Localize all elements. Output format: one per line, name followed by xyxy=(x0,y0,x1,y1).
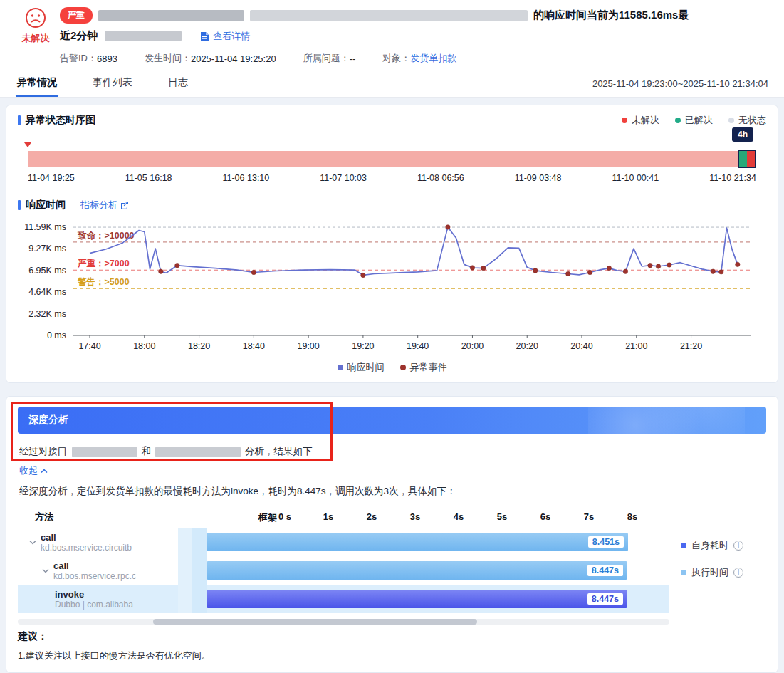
y-tick-label: 9.27K ms xyxy=(28,244,66,254)
suggestion-title: 建议： xyxy=(18,630,766,643)
flame-row[interactable]: callkd.bos.mservice.circuitb8.451s xyxy=(18,528,669,556)
anomaly-point[interactable] xyxy=(656,264,660,268)
tab-exception[interactable]: 异常情况 xyxy=(16,71,58,97)
flame-row[interactable]: callkd.bos.mservice.rpc.c8.447s xyxy=(18,556,669,585)
timeline-axis-label: 11-09 03:48 xyxy=(515,173,562,183)
legend-item[interactable]: 未解决 xyxy=(622,114,659,127)
chevron-down-icon[interactable] xyxy=(29,540,36,545)
document-icon xyxy=(200,31,209,41)
tab-logs[interactable]: 日志 xyxy=(167,71,189,97)
horizontal-scrollbar[interactable] xyxy=(18,619,669,625)
x-tick-label: 17:40 xyxy=(78,341,100,351)
legend-item[interactable]: 自身耗时i xyxy=(681,539,766,552)
resolved-segment xyxy=(739,151,747,167)
anomaly-point[interactable] xyxy=(175,263,179,267)
y-tick-label: 6.95K ms xyxy=(28,266,66,276)
tab-event-list[interactable]: 事件列表 xyxy=(91,71,134,97)
flame-axis-tick: 3s xyxy=(410,511,420,522)
status-timeline[interactable]: 4h 11-04 19:2511-05 16:1811-06 13:1011-0… xyxy=(28,151,756,183)
exception-card: 异常状态时序图 未解决已解决无状态 4h 11-04 19:2511-05 16… xyxy=(6,105,778,383)
anomaly-point[interactable] xyxy=(648,263,652,267)
deep-analysis-card: 深度分析 经过对接口 和 分析，结果如下 收起 经深度分析，定位到发货单扣款的最… xyxy=(6,396,778,673)
anomaly-point[interactable] xyxy=(607,266,611,270)
flame-axis-tick: 0 s xyxy=(278,511,291,522)
collapse-link[interactable]: 收起 xyxy=(19,464,48,477)
anomaly-point[interactable] xyxy=(587,270,592,274)
flame-axis-tick: 7s xyxy=(584,511,594,522)
tabs-bar: 异常情况 事件列表 日志 2025-11-04 19:23:00~2025-11… xyxy=(0,71,784,98)
method-name: call xyxy=(53,560,136,571)
title-accent-bar xyxy=(18,200,21,210)
x-tick-label: 20:20 xyxy=(516,341,538,351)
anomaly-point[interactable] xyxy=(623,269,627,273)
anomaly-point[interactable] xyxy=(361,273,365,277)
duration-bar[interactable]: 8.451s xyxy=(207,533,628,551)
metric-analysis-link[interactable]: 指标分析 xyxy=(80,199,129,212)
flame-header: 方法 框架 0 s1s2s3s4s5s6s7s8s xyxy=(18,506,669,528)
suggestion-item: 1.建议关注以上接口的慢方法是否有优化空间。 xyxy=(18,649,766,662)
scrollbar-thumb[interactable] xyxy=(153,619,477,625)
occur-time-label: 发生时间： xyxy=(145,52,191,65)
anomaly-point[interactable] xyxy=(481,266,486,270)
external-link-icon xyxy=(120,201,129,209)
legend-dot xyxy=(400,365,406,370)
timeline-axis-label: 11-04 19:25 xyxy=(28,173,75,183)
anomaly-point[interactable] xyxy=(251,270,256,274)
object-label: 对象： xyxy=(382,52,410,65)
threshold-label: 严重：>7000 xyxy=(77,259,130,268)
status-legend: 未解决已解决无状态 xyxy=(622,114,766,127)
x-tick-label: 18:00 xyxy=(133,341,155,351)
anomaly-point[interactable] xyxy=(533,268,538,273)
flame-row[interactable]: invokeDubbo | com.alibaba8.447s xyxy=(18,585,669,613)
chevron-up-icon xyxy=(41,469,48,474)
anomaly-point[interactable] xyxy=(566,271,570,276)
response-chart-legend: 响应时间异常事件 xyxy=(18,361,766,374)
duration-bar[interactable]: 8.447s xyxy=(207,590,627,608)
alert-status-label: 未解决 xyxy=(16,32,56,45)
indent-guide xyxy=(178,528,207,556)
x-tick-label: 19:20 xyxy=(352,341,374,351)
anomaly-point[interactable] xyxy=(159,269,163,273)
legend-label: 响应时间 xyxy=(347,361,385,374)
alert-meta: 告警ID：6893 发生时间：2025-11-04 19:25:20 所属问题：… xyxy=(60,52,771,65)
legend-item[interactable]: 无状态 xyxy=(728,114,766,127)
x-tick-label: 19:00 xyxy=(297,341,319,351)
alert-id-label: 告警ID： xyxy=(60,52,97,65)
timeline-axis-label: 11-06 13:10 xyxy=(222,173,269,183)
chevron-down-icon[interactable] xyxy=(42,568,49,573)
info-icon[interactable]: i xyxy=(733,541,743,551)
window-tooltip: 4h xyxy=(732,127,753,142)
legend-label: 执行时间 xyxy=(691,566,728,579)
duration-label: 8.447s xyxy=(587,593,623,605)
anomaly-point[interactable] xyxy=(711,269,715,273)
flame-axis-tick: 2s xyxy=(367,511,377,522)
x-tick-label: 21:00 xyxy=(625,341,647,351)
timeline-axis-label: 11-05 16:18 xyxy=(125,173,172,183)
alert-id-value: 6893 xyxy=(97,53,117,64)
view-detail-link[interactable]: 查看详情 xyxy=(200,30,250,43)
anomaly-point[interactable] xyxy=(719,270,723,274)
object-link[interactable]: 发货单扣款 xyxy=(410,52,456,65)
flame-axis-tick: 5s xyxy=(497,511,507,522)
redacted-text xyxy=(155,447,241,457)
timeline-axis-label: 11-08 06:56 xyxy=(417,173,464,183)
anomaly-point[interactable] xyxy=(446,225,450,229)
legend-item[interactable]: 响应时间 xyxy=(338,361,385,374)
selection-window[interactable] xyxy=(738,150,756,168)
anomaly-point[interactable] xyxy=(736,262,740,266)
x-tick-label: 21:20 xyxy=(680,341,702,351)
legend-item[interactable]: 异常事件 xyxy=(400,361,447,374)
method-name: call xyxy=(41,532,132,543)
response-time-chart[interactable]: 致命：>10000严重：>7000警告：>500017:4018:0018:20… xyxy=(18,213,762,361)
legend-item[interactable]: 执行时间i xyxy=(681,566,766,579)
occur-time-value: 2025-11-04 19:25:20 xyxy=(191,53,276,64)
legend-dot xyxy=(728,118,734,123)
anomaly-point[interactable] xyxy=(667,263,671,267)
duration-label: 8.447s xyxy=(587,565,623,576)
anomaly-point[interactable] xyxy=(470,266,474,270)
info-icon[interactable]: i xyxy=(733,568,743,578)
duration-bar[interactable]: 8.447s xyxy=(207,561,627,580)
alert-title-line2: 近2分钟 xyxy=(60,29,98,43)
status-timeline-bar[interactable]: 4h xyxy=(28,151,756,167)
legend-item[interactable]: 已解决 xyxy=(675,114,713,127)
